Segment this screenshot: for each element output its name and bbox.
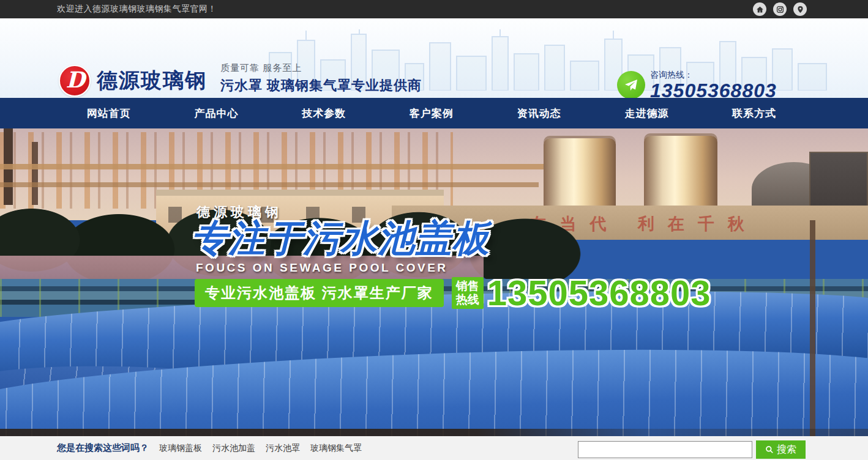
nav-item-cases[interactable]: 客户案例 — [378, 98, 485, 128]
keyword-link-1[interactable]: 玻璃钢盖板 — [159, 443, 202, 454]
keyword-link-4[interactable]: 玻璃钢集气罩 — [310, 443, 362, 454]
banner-pipe-deck — [0, 182, 539, 187]
logo[interactable]: D 德源玻璃钢 — [59, 65, 207, 97]
header-hotline: 咨询热线： 13505368803 — [617, 70, 777, 98]
instagram-icon[interactable] — [773, 2, 787, 16]
slogan-small: 质量可靠 服务至上 — [220, 62, 422, 74]
sales-hotline-badge: 销售 热线 — [452, 277, 484, 309]
nav-item-about[interactable]: 走进德源 — [593, 98, 701, 128]
location-icon[interactable] — [793, 2, 807, 16]
nav-item-products[interactable]: 产品中心 — [163, 98, 271, 128]
search-prompt: 您是在搜索这些词吗？ — [57, 442, 149, 454]
logo-icon: D — [59, 65, 91, 97]
banner-pole — [810, 220, 815, 436]
paper-plane-icon — [617, 71, 645, 98]
search-button[interactable]: 搜索 — [756, 440, 806, 459]
home-icon[interactable] — [753, 2, 766, 16]
banner-shade — [0, 429, 868, 436]
welcome-text: 欢迎进入德源玻璃钢玻璃钢集气罩官网！ — [57, 4, 217, 15]
magnifier-icon — [765, 445, 774, 454]
slogan-big: 污水罩 玻璃钢集气罩专业提供商 — [220, 76, 422, 95]
badge-line1: 销售 — [456, 280, 479, 292]
banner-chimney — [32, 142, 38, 205]
badge-line2: 热线 — [456, 293, 479, 306]
topbar-social-icons — [753, 2, 807, 16]
header-slogan: 质量可靠 服务至上 污水罩 玻璃钢集气罩专业提供商 — [220, 62, 422, 95]
hotline-number: 13505368803 — [650, 81, 777, 98]
nav-item-news[interactable]: 资讯动态 — [485, 98, 593, 128]
banner-hotline-number: 13505368803 — [487, 275, 711, 311]
search-button-label: 搜索 — [777, 443, 796, 456]
nav-item-specs[interactable]: 技术参数 — [270, 98, 378, 128]
banner-headline: 专注于污水池盖板 — [191, 214, 490, 264]
keyword-link-3[interactable]: 污水池罩 — [266, 443, 300, 454]
search-input[interactable] — [578, 441, 752, 458]
banner-subline: FOUCS ON SEWAGE POOL COVER — [196, 261, 448, 275]
banner-storage-tank — [644, 136, 717, 215]
banner-pipe-deck — [0, 164, 551, 169]
header: D 德源玻璃钢 质量可靠 服务至上 污水罩 玻璃钢集气罩专业提供商 咨询热线： … — [0, 18, 868, 98]
topbar: 欢迎进入德源玻璃钢玻璃钢集气罩官网！ — [0, 0, 868, 18]
logo-text: 德源玻璃钢 — [97, 67, 207, 95]
keyword-link-2[interactable]: 污水池加盖 — [212, 443, 255, 454]
nav-item-contact[interactable]: 联系方式 — [700, 98, 808, 128]
search-strip: 您是在搜索这些词吗？ 玻璃钢盖板 污水池加盖 污水池罩 玻璃钢集气罩 搜索 — [0, 436, 868, 460]
banner-cta-button[interactable]: 专业污水池盖板 污水罩生产厂家 — [195, 279, 444, 307]
nav-item-home[interactable]: 网站首页 — [55, 98, 163, 128]
logo-letter: D — [65, 69, 84, 91]
main-nav: 网站首页 产品中心 技术参数 客户案例 资讯动态 走进德源 联系方式 — [0, 98, 868, 128]
hero-banner: 在当代 利在千秋 德源玻璃钢 专注于污水池盖板 FOUCS ON SEWAGE … — [0, 128, 868, 436]
